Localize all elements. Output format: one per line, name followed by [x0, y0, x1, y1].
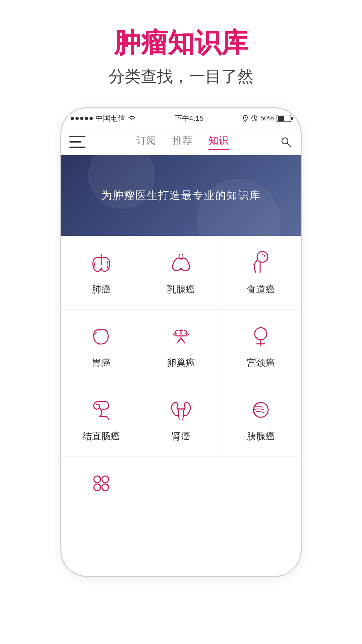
category-esophagus[interactable]: 食道癌	[221, 236, 301, 310]
svg-point-0	[245, 117, 246, 118]
colorectal-label: 结直肠癌	[82, 430, 120, 443]
tab-knowledge[interactable]: 知识	[208, 134, 229, 150]
colorectal-icon	[88, 396, 115, 423]
svg-point-10	[253, 402, 268, 417]
category-grid: 肺癌 乳腺癌	[61, 236, 301, 517]
status-left: 中国电信	[71, 113, 136, 123]
page-subtitle: 分类查找，一目了然	[109, 66, 253, 87]
battery-percent: 50%	[260, 114, 274, 122]
battery-icon	[277, 115, 291, 122]
cervical-label: 宫颈癌	[247, 357, 275, 369]
signal-dot-1	[71, 117, 74, 120]
svg-point-12	[102, 476, 109, 483]
status-time: 下午4:15	[175, 113, 204, 123]
nav-links: 订阅 推荐 知识	[85, 134, 279, 150]
svg-point-7	[255, 328, 267, 340]
ovarian-label: 卵巢癌	[167, 357, 195, 369]
signal-dot-5	[89, 117, 93, 120]
lung-label: 肺癌	[92, 283, 111, 296]
status-right: 50%	[242, 114, 291, 122]
signal-dots	[71, 117, 93, 120]
location-icon	[242, 115, 248, 122]
kidney-icon	[168, 396, 194, 423]
category-colorectal[interactable]: 结直肠癌	[61, 383, 141, 457]
tab-recommend[interactable]: 推荐	[172, 134, 192, 150]
page-title: 肿瘤知识库	[109, 27, 253, 59]
stomach-label: 胃癌	[92, 357, 111, 369]
pancreatic-label: 胰腺癌	[247, 430, 275, 443]
breast-icon	[168, 250, 194, 276]
signal-dot-3	[80, 117, 83, 120]
category-kidney[interactable]: 肾癌	[141, 383, 221, 457]
category-ovarian[interactable]: 卵巢癌	[141, 310, 221, 383]
clock-icon	[251, 115, 258, 122]
menu-line-1	[69, 136, 85, 137]
category-breast[interactable]: 乳腺癌	[141, 236, 221, 310]
status-bar: 中国电信 下午4:15 50%	[61, 108, 301, 128]
carrier-name: 中国电信	[96, 113, 125, 123]
nav-tabs: 订阅 推荐 知识	[61, 128, 301, 155]
page-header: 肿瘤知识库 分类查找，一目了然	[109, 27, 253, 87]
svg-point-13	[94, 484, 101, 491]
category-more[interactable]	[61, 457, 141, 517]
svg-point-14	[102, 484, 109, 491]
tab-subscribe[interactable]: 订阅	[136, 134, 156, 150]
wifi-icon	[128, 115, 136, 122]
menu-line-3	[69, 147, 85, 148]
cervical-icon	[247, 323, 274, 350]
svg-point-4	[257, 252, 268, 262]
phone-frame: 中国电信 下午4:15 50%	[60, 107, 302, 577]
category-pancreatic[interactable]: 胰腺癌	[221, 383, 301, 457]
menu-line-2	[69, 141, 81, 143]
search-icon[interactable]	[279, 135, 293, 149]
stomach-icon	[88, 323, 115, 350]
battery-fill	[278, 116, 284, 121]
signal-dot-2	[75, 117, 79, 120]
category-stomach[interactable]: 胃癌	[61, 310, 141, 383]
svg-line-3	[287, 143, 291, 147]
category-cervical[interactable]: 宫颈癌	[221, 310, 301, 383]
lung-icon	[88, 250, 115, 276]
esophagus-label: 食道癌	[247, 283, 275, 296]
pancreatic-icon	[247, 396, 274, 423]
more-icon	[88, 470, 115, 497]
banner: 为肿瘤医生打造最专业的知识库	[61, 155, 301, 236]
category-lung[interactable]: 肺癌	[61, 236, 141, 310]
breast-label: 乳腺癌	[167, 283, 195, 296]
menu-icon[interactable]	[69, 136, 85, 148]
banner-text: 为肿瘤医生打造最专业的知识库	[101, 188, 261, 203]
signal-dot-4	[85, 117, 88, 120]
ovarian-icon	[168, 323, 194, 350]
kidney-label: 肾癌	[172, 430, 190, 443]
svg-point-11	[94, 476, 101, 483]
esophagus-icon	[247, 250, 274, 276]
